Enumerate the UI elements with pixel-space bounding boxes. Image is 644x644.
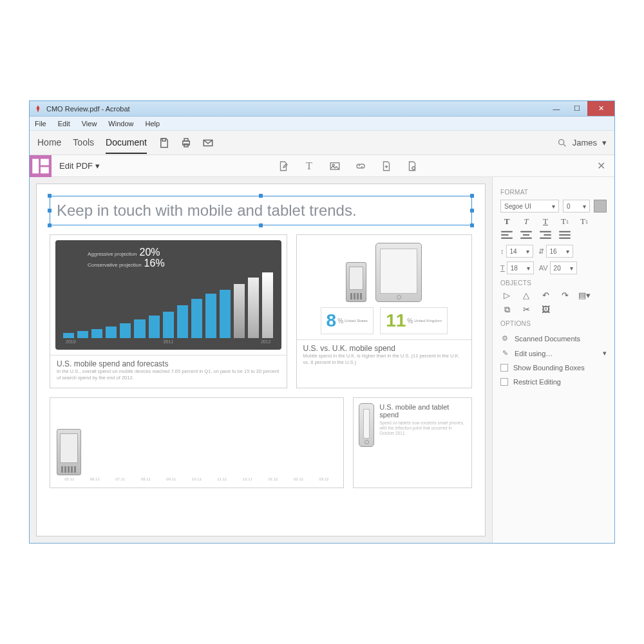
show-bounding-boxes-option[interactable]: Show Bounding Boxes [500, 361, 607, 375]
chart1-title: U.S. mobile spend and forecasts [57, 359, 280, 368]
acrobat-window: CMO Review.pdf - Acrobat — ☐ ✕ File Edit… [29, 100, 615, 544]
titlebar: CMO Review.pdf - Acrobat — ☐ ✕ [30, 101, 614, 117]
menu-window[interactable]: Window [108, 120, 133, 128]
window-title: CMO Review.pdf - Acrobat [46, 105, 546, 113]
forecast-chart: Aggressive projection20% Conservative pr… [55, 240, 281, 350]
flip-h-icon[interactable]: ▷ [500, 290, 513, 301]
phone-icon [346, 262, 366, 302]
chart1-sub: In the U.S., overall spend on mobile dev… [57, 368, 280, 381]
tab-home[interactable]: Home [37, 132, 61, 154]
subscript-button[interactable]: T1 [578, 216, 591, 227]
page-settings-icon[interactable] [406, 160, 418, 172]
document-page: Keep in touch with mobile and tablet tre… [36, 184, 486, 536]
gear-icon: ⚙ [500, 334, 509, 343]
user-name: James [573, 138, 597, 147]
tab-document[interactable]: Document [106, 132, 147, 154]
compare-sub: Mobile spend in the U.K. is higher than … [303, 353, 465, 366]
format-panel: FORMAT Segoe UI▾ 0▾ T T T T1 T1 ↕14▾ [492, 177, 614, 543]
edit-toolbar: Edit PDF ▾ T ✕ [30, 155, 614, 177]
tablet-icon [359, 403, 374, 447]
para-spacing-field[interactable]: 16▾ [546, 245, 573, 258]
tab-tools[interactable]: Tools [73, 132, 94, 154]
duplicate-icon[interactable]: ⧉ [500, 305, 513, 315]
rotate-cw-icon[interactable]: ↷ [558, 290, 571, 301]
flip-v-icon[interactable]: △ [520, 290, 533, 301]
chevron-down-icon: ▾ [602, 138, 607, 147]
edit-using-option[interactable]: ✎Edit using…▾ [500, 346, 607, 361]
menu-edit[interactable]: Edit [58, 120, 70, 128]
bold-button[interactable]: T [500, 216, 513, 227]
svg-rect-6 [32, 158, 39, 173]
save-icon[interactable] [158, 137, 170, 149]
restrict-editing-option[interactable]: Restrict Editing [500, 375, 607, 389]
menubar: File Edit View Window Help [30, 117, 614, 131]
toolbar: Home Tools Document James ▾ [30, 131, 614, 155]
align-center-icon[interactable] [520, 231, 533, 241]
compare-title: U.S. vs. U.K. mobile spend [303, 344, 465, 353]
arrange-icon[interactable]: ▤▾ [578, 290, 591, 301]
para-spacing-icon: ⇵ [538, 247, 544, 256]
menu-file[interactable]: File [35, 120, 46, 128]
canvas[interactable]: Keep in touch with mobile and tablet tre… [30, 177, 492, 543]
svg-rect-2 [184, 138, 188, 141]
workspace: Keep in touch with mobile and tablet tre… [30, 177, 614, 543]
checkbox[interactable] [500, 364, 508, 372]
maximize-button[interactable]: ☐ [567, 101, 587, 116]
tracking-field[interactable]: 20▾ [550, 261, 577, 274]
add-text-icon[interactable]: T [303, 160, 315, 172]
format-heading: FORMAT [500, 189, 607, 196]
italic-button[interactable]: T [520, 216, 533, 227]
add-image-icon[interactable] [329, 160, 341, 172]
edit-page-icon[interactable] [278, 160, 289, 172]
scanned-docs-option[interactable]: ⚙Scanned Documents [500, 331, 607, 346]
compare-card: 8%United States 11%United Kingdom U.S. v… [296, 234, 472, 388]
tablet-icon [375, 243, 422, 302]
hscale-field[interactable]: 18▾ [507, 261, 534, 274]
print-icon[interactable] [180, 137, 192, 149]
chart-card-monthly: 05.1106.1107.1108.1109.1110.1111.1112.11… [50, 397, 344, 488]
svg-rect-8 [41, 167, 49, 173]
svg-point-5 [558, 139, 564, 144]
chart-card-forecast: Aggressive projection20% Conservative pr… [50, 234, 287, 388]
svg-rect-7 [41, 158, 49, 165]
edit-pdf-menu[interactable]: Edit PDF ▾ [52, 161, 108, 171]
rotate-ccw-icon[interactable]: ↶ [539, 290, 552, 301]
line-spacing-icon: ↕ [500, 247, 504, 255]
svg-point-11 [412, 166, 415, 169]
user-menu[interactable]: James ▾ [557, 138, 607, 148]
menu-view[interactable]: View [82, 120, 97, 128]
acrobat-icon [33, 104, 43, 113]
link-icon[interactable] [355, 160, 366, 172]
align-justify-icon[interactable] [558, 231, 571, 241]
scale-icon: T [500, 264, 505, 272]
align-left-icon[interactable] [500, 231, 513, 241]
color-swatch[interactable] [594, 200, 607, 213]
close-editbar-button[interactable]: ✕ [588, 160, 614, 172]
search-icon [557, 138, 567, 148]
close-button[interactable]: ✕ [587, 101, 614, 116]
side-summary-card: U.S. mobile and tablet spend Spend on ta… [353, 397, 472, 488]
svg-rect-0 [162, 138, 166, 141]
crop-icon[interactable]: ✂ [520, 305, 533, 315]
layout-mode-button[interactable] [30, 155, 52, 177]
pencil-icon: ✎ [500, 349, 509, 357]
font-select[interactable]: Segoe UI▾ [500, 200, 559, 213]
align-right-icon[interactable] [539, 231, 552, 241]
superscript-button[interactable]: T1 [558, 216, 571, 227]
minimize-button[interactable]: — [546, 101, 567, 116]
headline: Keep in touch with mobile and tablet tre… [57, 202, 465, 220]
phone-icon [57, 429, 81, 475]
replace-image-icon[interactable]: 🖼 [539, 305, 552, 315]
underline-button[interactable]: T [539, 216, 552, 227]
checkbox[interactable] [500, 378, 508, 386]
selected-text-frame[interactable]: Keep in touch with mobile and tablet tre… [50, 196, 472, 225]
line-spacing-field[interactable]: 14▾ [506, 245, 533, 258]
add-page-icon[interactable] [381, 160, 392, 172]
font-size-select[interactable]: 0▾ [563, 200, 590, 213]
objects-heading: OBJECTS [500, 279, 607, 287]
mail-icon[interactable] [202, 137, 214, 149]
menu-help[interactable]: Help [145, 120, 160, 128]
tracking-icon: AV [539, 264, 548, 272]
options-heading: OPTIONS [500, 320, 607, 327]
